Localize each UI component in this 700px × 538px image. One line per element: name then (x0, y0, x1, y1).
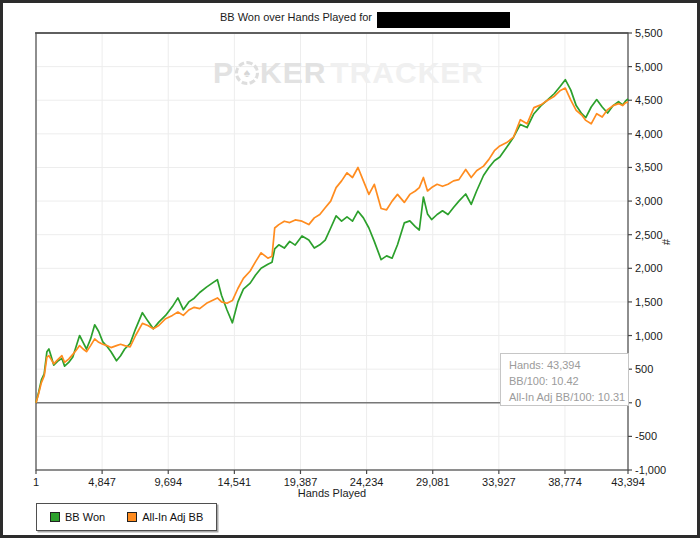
y-tick-label: 1,000 (635, 330, 663, 342)
y-tick-label: 500 (635, 363, 653, 375)
legend-item-all-in-adj-bb: All-In Adj BB (127, 511, 203, 523)
x-axis-title: Hands Played (36, 487, 628, 499)
y-tick-label: -500 (635, 430, 657, 442)
y-tick-label: -1,000 (635, 464, 666, 476)
y-tick-label: 0 (635, 397, 641, 409)
bb-won-swatch-icon (50, 512, 60, 522)
stat-hands: Hands: 43,394 (509, 357, 628, 373)
y-tick-label: 3,000 (635, 195, 663, 207)
y-tick-label: 5,000 (635, 61, 663, 73)
y-axis-title: # (660, 239, 672, 245)
y-tick-label: 2,500 (635, 229, 663, 241)
y-tick-label: 2,000 (635, 262, 663, 274)
stat-allin-adj-bb100: All-In Adj BB/100: 10.31 (509, 389, 628, 405)
legend-label-all-in-adj-bb: All-In Adj BB (142, 511, 203, 523)
y-tick-label: 3,500 (635, 161, 663, 173)
stats-info-box: Hands: 43,394 BB/100: 10.42 All-In Adj B… (500, 353, 629, 406)
y-tick-label: 4,500 (635, 94, 663, 106)
chart-legend: BB Won All-In Adj BB (36, 503, 217, 531)
legend-label-bb-won: BB Won (65, 511, 105, 523)
y-tick-label: 4,000 (635, 128, 663, 140)
chart-window: BB Won over Hands Played for P ♠ KER TRA… (0, 0, 700, 538)
stat-bb100: BB/100: 10.42 (509, 373, 628, 389)
y-tick-label: 1,500 (635, 296, 663, 308)
line-chart: 5,5005,0004,5004,0003,5003,0002,5002,000… (3, 3, 700, 538)
y-tick-label: 5,500 (635, 27, 663, 39)
all-in-adj-bb-swatch-icon (127, 512, 137, 522)
legend-item-bb-won: BB Won (50, 511, 105, 523)
